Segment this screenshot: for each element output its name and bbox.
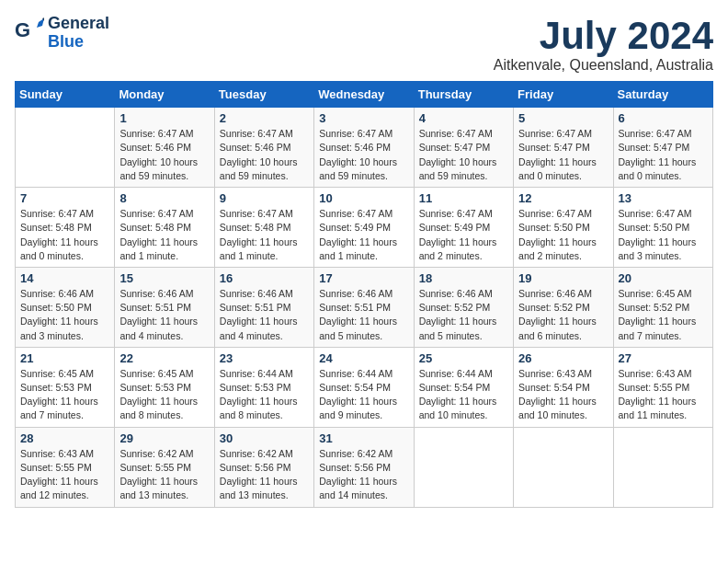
day-info: Sunrise: 6:47 AMSunset: 5:47 PMDaylight:… [518,127,608,183]
day-number: 31 [319,431,408,445]
day-info: Sunrise: 6:43 AMSunset: 5:55 PMDaylight:… [619,367,708,423]
day-info: Sunrise: 6:46 AMSunset: 5:51 PMDaylight:… [319,287,408,343]
day-info: Sunrise: 6:45 AMSunset: 5:52 PMDaylight:… [619,287,708,343]
calendar-week-1: 1Sunrise: 6:47 AMSunset: 5:46 PMDaylight… [16,108,713,188]
day-number: 2 [220,111,309,125]
day-info: Sunrise: 6:47 AMSunset: 5:50 PMDaylight:… [619,207,708,263]
day-number: 24 [319,351,408,365]
calendar-cell: 22Sunrise: 6:45 AMSunset: 5:53 PMDayligh… [115,347,214,427]
calendar-cell: 23Sunrise: 6:44 AMSunset: 5:53 PMDayligh… [214,347,313,427]
main-title: July 2024 [494,15,713,57]
header-monday: Monday [115,82,214,108]
subtitle: Aitkenvale, Queensland, Australia [494,57,713,74]
calendar-week-4: 21Sunrise: 6:45 AMSunset: 5:53 PMDayligh… [16,347,713,427]
calendar-cell: 12Sunrise: 6:47 AMSunset: 5:50 PMDayligh… [514,188,613,268]
day-info: Sunrise: 6:47 AMSunset: 5:47 PMDaylight:… [419,127,508,183]
day-number: 6 [619,111,708,125]
calendar-cell: 4Sunrise: 6:47 AMSunset: 5:47 PMDaylight… [414,108,513,188]
svg-text:G: G [15,18,30,41]
calendar-cell: 18Sunrise: 6:46 AMSunset: 5:52 PMDayligh… [414,267,513,347]
calendar-week-2: 7Sunrise: 6:47 AMSunset: 5:48 PMDaylight… [16,188,713,268]
header-saturday: Saturday [613,82,712,108]
calendar-cell: 17Sunrise: 6:46 AMSunset: 5:51 PMDayligh… [314,267,414,347]
calendar-week-3: 14Sunrise: 6:46 AMSunset: 5:50 PMDayligh… [16,267,713,347]
day-number: 26 [518,351,608,365]
header-wednesday: Wednesday [314,82,414,108]
day-info: Sunrise: 6:47 AMSunset: 5:49 PMDaylight:… [419,207,508,263]
calendar-cell: 20Sunrise: 6:45 AMSunset: 5:52 PMDayligh… [613,267,712,347]
day-number: 9 [220,191,309,205]
day-number: 12 [518,191,608,205]
calendar-cell: 19Sunrise: 6:46 AMSunset: 5:52 PMDayligh… [514,267,613,347]
calendar-cell: 1Sunrise: 6:47 AMSunset: 5:46 PMDaylight… [115,108,214,188]
calendar-cell: 2Sunrise: 6:47 AMSunset: 5:46 PMDaylight… [214,108,313,188]
day-info: Sunrise: 6:46 AMSunset: 5:51 PMDaylight:… [220,287,309,343]
day-info: Sunrise: 6:45 AMSunset: 5:53 PMDaylight:… [20,367,109,423]
logo-blue: Blue [48,33,109,52]
day-info: Sunrise: 6:47 AMSunset: 5:48 PMDaylight:… [20,207,109,263]
calendar-cell [16,108,115,188]
day-number: 27 [619,351,708,365]
day-info: Sunrise: 6:43 AMSunset: 5:54 PMDaylight:… [518,367,608,423]
header-friday: Friday [514,82,613,108]
header-thursday: Thursday [414,82,513,108]
page-header: G General Blue July 2024 Aitkenvale, Que… [15,15,713,74]
day-number: 8 [119,191,209,205]
day-number: 17 [319,271,408,285]
calendar-table: SundayMondayTuesdayWednesdayThursdayFrid… [15,81,713,507]
day-number: 10 [319,191,408,205]
calendar-cell: 15Sunrise: 6:46 AMSunset: 5:51 PMDayligh… [115,267,214,347]
calendar-cell [613,427,712,507]
logo-icon: G [15,17,44,50]
calendar-cell: 11Sunrise: 6:47 AMSunset: 5:49 PMDayligh… [414,188,513,268]
calendar-cell: 25Sunrise: 6:44 AMSunset: 5:54 PMDayligh… [414,347,513,427]
day-number: 23 [220,351,309,365]
day-info: Sunrise: 6:47 AMSunset: 5:46 PMDaylight:… [220,127,309,183]
day-info: Sunrise: 6:44 AMSunset: 5:54 PMDaylight:… [319,367,408,423]
day-number: 18 [419,271,508,285]
calendar-week-5: 28Sunrise: 6:43 AMSunset: 5:55 PMDayligh… [16,427,713,507]
title-section: July 2024 Aitkenvale, Queensland, Austra… [494,15,713,74]
day-info: Sunrise: 6:46 AMSunset: 5:52 PMDaylight:… [419,287,508,343]
calendar-cell: 31Sunrise: 6:42 AMSunset: 5:56 PMDayligh… [314,427,414,507]
day-info: Sunrise: 6:43 AMSunset: 5:55 PMDaylight:… [20,447,109,503]
day-info: Sunrise: 6:46 AMSunset: 5:52 PMDaylight:… [518,287,608,343]
day-info: Sunrise: 6:44 AMSunset: 5:54 PMDaylight:… [419,367,508,423]
day-info: Sunrise: 6:47 AMSunset: 5:48 PMDaylight:… [220,207,309,263]
day-info: Sunrise: 6:47 AMSunset: 5:49 PMDaylight:… [319,207,408,263]
calendar-cell: 24Sunrise: 6:44 AMSunset: 5:54 PMDayligh… [314,347,414,427]
calendar-cell: 26Sunrise: 6:43 AMSunset: 5:54 PMDayligh… [514,347,613,427]
calendar-cell: 9Sunrise: 6:47 AMSunset: 5:48 PMDaylight… [214,188,313,268]
calendar-cell: 8Sunrise: 6:47 AMSunset: 5:48 PMDaylight… [115,188,214,268]
calendar-cell: 16Sunrise: 6:46 AMSunset: 5:51 PMDayligh… [214,267,313,347]
calendar-cell [414,427,513,507]
day-number: 1 [119,111,209,125]
day-info: Sunrise: 6:47 AMSunset: 5:46 PMDaylight:… [119,127,209,183]
calendar-cell: 5Sunrise: 6:47 AMSunset: 5:47 PMDaylight… [514,108,613,188]
day-info: Sunrise: 6:42 AMSunset: 5:56 PMDaylight:… [319,447,408,503]
calendar-cell: 14Sunrise: 6:46 AMSunset: 5:50 PMDayligh… [16,267,115,347]
calendar-cell: 6Sunrise: 6:47 AMSunset: 5:47 PMDaylight… [613,108,712,188]
calendar-cell [514,427,613,507]
day-info: Sunrise: 6:44 AMSunset: 5:53 PMDaylight:… [220,367,309,423]
calendar-cell: 27Sunrise: 6:43 AMSunset: 5:55 PMDayligh… [613,347,712,427]
calendar-cell: 7Sunrise: 6:47 AMSunset: 5:48 PMDaylight… [16,188,115,268]
day-number: 19 [518,271,608,285]
svg-marker-1 [37,18,44,28]
day-info: Sunrise: 6:47 AMSunset: 5:46 PMDaylight:… [319,127,408,183]
day-number: 7 [20,191,109,205]
header-sunday: Sunday [16,82,115,108]
day-number: 5 [518,111,608,125]
calendar-cell: 13Sunrise: 6:47 AMSunset: 5:50 PMDayligh… [613,188,712,268]
calendar-cell: 28Sunrise: 6:43 AMSunset: 5:55 PMDayligh… [16,427,115,507]
day-number: 30 [220,431,309,445]
logo-general: General [48,15,109,33]
day-info: Sunrise: 6:47 AMSunset: 5:48 PMDaylight:… [119,207,209,263]
day-number: 21 [20,351,109,365]
day-info: Sunrise: 6:45 AMSunset: 5:53 PMDaylight:… [119,367,209,423]
day-number: 3 [319,111,408,125]
day-info: Sunrise: 6:42 AMSunset: 5:55 PMDaylight:… [119,447,209,503]
day-info: Sunrise: 6:46 AMSunset: 5:50 PMDaylight:… [20,287,109,343]
day-info: Sunrise: 6:47 AMSunset: 5:47 PMDaylight:… [619,127,708,183]
calendar-header-row: SundayMondayTuesdayWednesdayThursdayFrid… [16,82,713,108]
